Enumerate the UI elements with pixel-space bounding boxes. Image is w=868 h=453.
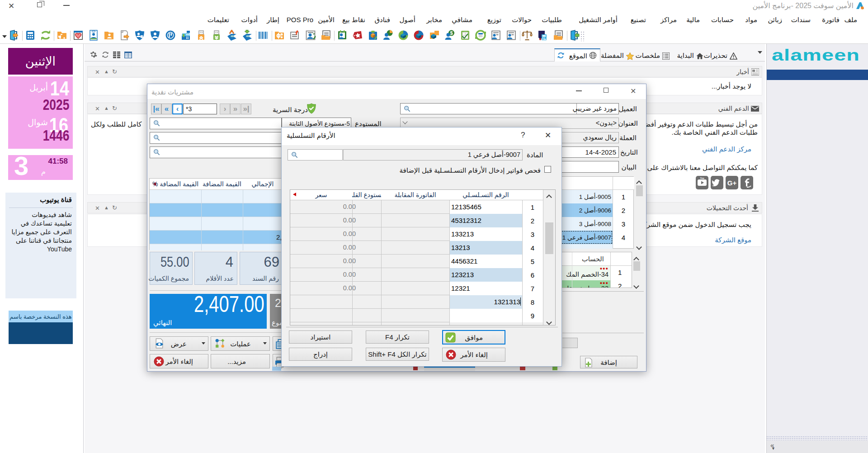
svg-text:G+: G+: [727, 179, 737, 187]
svg-text:$: $: [450, 30, 453, 36]
svg-text:You: You: [700, 177, 704, 179]
